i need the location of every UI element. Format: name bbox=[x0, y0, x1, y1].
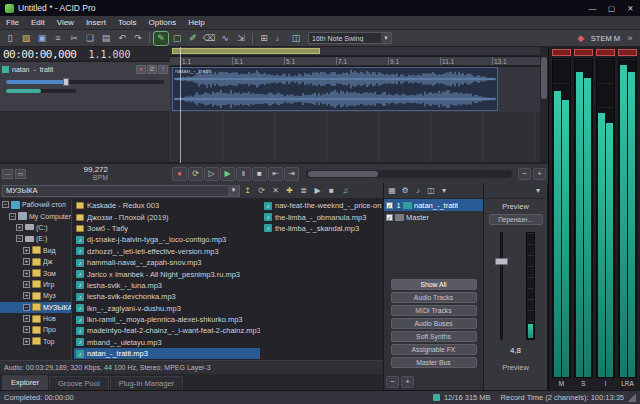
file-item[interactable]: ♪lesha-svik-devchonka.mp3 bbox=[74, 291, 260, 302]
stop-button[interactable]: ■ bbox=[252, 167, 267, 181]
master-bus-button[interactable]: Master Bus bbox=[391, 357, 477, 368]
tree-item[interactable]: +(C:) bbox=[0, 222, 71, 233]
audio-buses-button[interactable]: Audio Buses bbox=[391, 318, 477, 329]
dropdown-icon[interactable]: ▾ bbox=[438, 185, 450, 197]
file-item[interactable]: ♪nav-feat-the-weeknd_-_price-on... bbox=[262, 200, 382, 211]
play-button[interactable]: ▶ bbox=[220, 167, 235, 181]
menu-item-edit[interactable]: Edit bbox=[25, 16, 51, 30]
copy-icon[interactable]: ❏ bbox=[83, 32, 97, 45]
menu-item-help[interactable]: Help bbox=[182, 16, 210, 30]
restore-track-icon[interactable]: ▭ bbox=[15, 169, 26, 179]
folder-path-select[interactable]: МУЗЫКА ▼ bbox=[2, 185, 240, 197]
soft-synths-button[interactable]: Soft Synths bbox=[391, 331, 477, 342]
menu-item-view[interactable]: View bbox=[51, 16, 80, 30]
audio-event-clip[interactable]: natan_-_tratit bbox=[172, 67, 498, 111]
maximize-button[interactable]: ▢ bbox=[602, 0, 621, 16]
tree-item[interactable]: −My Computer bbox=[0, 210, 71, 221]
expand-icon[interactable]: + bbox=[23, 326, 30, 333]
file-item[interactable]: ♪Jarico x Imanbek - All Night_pesnimp3.r… bbox=[74, 268, 260, 279]
file-item[interactable]: ♪the-limba_-_obmanula.mp3 bbox=[262, 211, 382, 222]
zoom-in-button[interactable]: + bbox=[533, 168, 546, 180]
refresh-icon[interactable]: ⟳ bbox=[255, 185, 268, 197]
loop-region[interactable] bbox=[172, 48, 320, 54]
track-row[interactable]: ✓Master bbox=[384, 211, 483, 223]
timeline-track-lane[interactable]: natan_-_tratit bbox=[170, 67, 540, 112]
auto-preview-icon[interactable]: ♫ bbox=[339, 185, 352, 197]
tab-plug-in-manager[interactable]: Plug-In Manager bbox=[110, 376, 183, 390]
loop-playback-button[interactable]: ⟳ bbox=[188, 167, 203, 181]
file-item[interactable]: ♪lkn_-_zaglyani-v-dushu.mp3 bbox=[74, 303, 260, 314]
tree-item[interactable]: +Про bbox=[0, 324, 71, 335]
draw-tool-icon[interactable]: ✎ bbox=[154, 32, 168, 45]
erase-tool-icon[interactable]: ⌫ bbox=[202, 32, 216, 45]
volume-slider-handle[interactable] bbox=[63, 78, 69, 86]
tree-item[interactable]: +Игр bbox=[0, 279, 71, 290]
go-to-end-button[interactable]: ⇥ bbox=[284, 167, 299, 181]
expand-icon[interactable]: + bbox=[16, 224, 23, 231]
show-all-button[interactable]: Show All bbox=[391, 279, 477, 290]
horizontal-scrollbar[interactable] bbox=[306, 170, 512, 178]
timecode-display[interactable]: 00:00:00,000 bbox=[3, 48, 76, 61]
file-item[interactable]: ♪the-limba_-_skandal.mp3 bbox=[262, 223, 382, 234]
go-to-start-button[interactable]: ⇤ bbox=[268, 167, 283, 181]
clip-indicator[interactable] bbox=[596, 49, 615, 56]
arm-record-icon[interactable]: ● bbox=[136, 65, 146, 74]
zoom-out-button[interactable]: − bbox=[386, 376, 399, 388]
undo-icon[interactable]: ↶ bbox=[115, 32, 129, 45]
expand-icon[interactable]: + bbox=[23, 292, 30, 299]
mixer-icon[interactable]: ◫ bbox=[289, 32, 303, 45]
time-selection-tool-icon[interactable]: ⇲ bbox=[234, 32, 248, 45]
redo-icon[interactable]: ↷ bbox=[131, 32, 145, 45]
envelope-tool-icon[interactable]: ∿ bbox=[218, 32, 232, 45]
tab-explorer[interactable]: Explorer bbox=[2, 375, 48, 390]
expand-icon[interactable]: + bbox=[23, 247, 30, 254]
file-item[interactable]: ♪lkn-ramil_-_moya-plennica-alexei-shkurk… bbox=[74, 314, 260, 325]
collapse-icon[interactable]: − bbox=[16, 235, 23, 242]
file-item[interactable]: ♪mband_-_uletayu.mp3 bbox=[74, 337, 260, 348]
play-from-start-button[interactable]: ▷ bbox=[204, 167, 219, 181]
tree-item[interactable]: +Нов bbox=[0, 313, 71, 324]
file-item[interactable]: Зомб - Табу bbox=[74, 223, 260, 234]
minimize-button[interactable]: — bbox=[583, 0, 602, 16]
vertical-scrollbar[interactable] bbox=[540, 47, 548, 163]
tree-item[interactable]: +Муз bbox=[0, 290, 71, 301]
clip-indicator[interactable] bbox=[618, 49, 637, 56]
file-item[interactable]: ♪hammali-navai_-_zapah-snov.mp3 bbox=[74, 257, 260, 268]
timeline-ruler[interactable]: 1.13.15.17.19.111.113.115.1 bbox=[170, 57, 540, 66]
pause-button[interactable]: ‖ bbox=[236, 167, 251, 181]
settings-icon[interactable]: ⚙ bbox=[399, 185, 411, 197]
menu-item-options[interactable]: Options bbox=[143, 16, 183, 30]
tree-item[interactable]: −Рабочий стол bbox=[0, 199, 71, 210]
mixer-view-icon[interactable]: ◫ bbox=[425, 185, 437, 197]
checkbox[interactable]: ✓ bbox=[386, 214, 393, 221]
file-item[interactable]: Джоззи - Плохой (2019) bbox=[74, 211, 260, 222]
resize-grip[interactable] bbox=[628, 394, 636, 402]
marker-bar[interactable] bbox=[170, 47, 540, 56]
menu-item-file[interactable]: File bbox=[0, 16, 25, 30]
tree-item[interactable]: +Дж bbox=[0, 256, 71, 267]
toolbar-overflow-icon[interactable]: » bbox=[623, 32, 637, 45]
record-button[interactable]: ● bbox=[172, 167, 187, 181]
fader-handle[interactable] bbox=[495, 258, 508, 265]
measures-beats-display[interactable]: 1.1.000 bbox=[88, 49, 130, 60]
list-view-icon[interactable]: ▦ bbox=[386, 185, 398, 197]
tree-item[interactable]: −МУЗЫКА bbox=[0, 302, 71, 313]
vertical-scrollbar-thumb[interactable] bbox=[541, 57, 547, 99]
collapse-icon[interactable]: − bbox=[23, 304, 30, 311]
horizontal-scrollbar-thumb[interactable] bbox=[308, 171, 378, 177]
file-item[interactable]: ♪natan_-_tratit.mp3 bbox=[74, 348, 260, 359]
paste-icon[interactable]: ▤ bbox=[99, 32, 113, 45]
minimize-track-icon[interactable]: — bbox=[2, 169, 13, 179]
file-item[interactable]: Kaskade - Redux 003 bbox=[74, 200, 260, 211]
file-item[interactable]: ♪dzhozzi_-_leti-leti-effective-version.m… bbox=[74, 246, 260, 257]
stem-icon[interactable]: ◆ bbox=[574, 32, 588, 45]
delete-icon[interactable]: ✕ bbox=[269, 185, 282, 197]
mute-icon[interactable]: ∅ bbox=[147, 65, 157, 74]
file-item[interactable]: ♪madeintyo-feat-2-chainz_-_i-want-feat-2… bbox=[74, 325, 260, 336]
zoom-in-button[interactable]: + bbox=[401, 376, 414, 388]
file-item[interactable]: ♪lesha-svik_-_luna.mp3 bbox=[74, 280, 260, 291]
tempo-display[interactable]: 99,272 BPM bbox=[84, 166, 108, 182]
stem-button[interactable]: STEM M bbox=[591, 34, 620, 43]
menu-item-tools[interactable]: Tools bbox=[112, 16, 143, 30]
expand-icon[interactable]: + bbox=[23, 338, 30, 345]
